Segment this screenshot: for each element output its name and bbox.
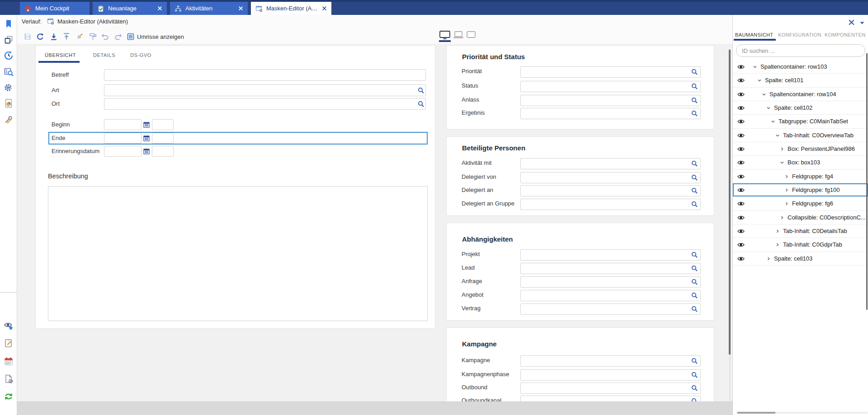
caret-down-icon[interactable] [860, 22, 864, 24]
input-lead[interactable] [520, 263, 701, 274]
tree-row-tabgruppe-c0maintabset[interactable]: Tabgruppe: C0MainTabSet [733, 115, 868, 128]
chevron-down-icon[interactable] [766, 106, 771, 110]
save-button[interactable] [22, 31, 33, 42]
rail-gear-play-icon[interactable] [4, 83, 14, 93]
rail-note-edit-icon[interactable] [4, 338, 14, 348]
eye-icon[interactable] [737, 119, 745, 124]
calendar-mini-icon[interactable] [143, 121, 150, 128]
tree-row-spaltencontainer-row103[interactable]: Spaltencontainer: row103 [733, 60, 868, 74]
eye-icon[interactable] [737, 256, 745, 261]
tree-row-spalte-cell103[interactable]: Spalte: cell103 [733, 252, 868, 266]
magnifier-icon[interactable] [691, 252, 698, 258]
export-button[interactable] [61, 31, 72, 42]
close-icon[interactable] [157, 6, 162, 11]
description-textarea[interactable] [48, 186, 428, 321]
rail-bookmark-icon[interactable] [4, 19, 14, 29]
input-delegiert-an-gruppe[interactable] [520, 199, 701, 210]
magnifier-icon[interactable] [691, 385, 698, 391]
tree-row-spalte-cell102[interactable]: Spalte: cell102 [733, 101, 868, 115]
id-search-input[interactable] [736, 44, 865, 57]
magnifier-icon[interactable] [691, 110, 698, 117]
input-vertrag[interactable] [520, 303, 701, 315]
chevron-right-icon[interactable] [775, 242, 780, 247]
input-delegiert-an[interactable] [520, 185, 701, 196]
eye-icon[interactable] [737, 160, 745, 165]
chevron-down-icon[interactable] [771, 119, 775, 124]
chevron-right-icon[interactable] [784, 188, 789, 192]
eye-icon[interactable] [737, 78, 745, 83]
magnifier-icon[interactable] [691, 306, 698, 312]
tree-vertical-scrollbar-thumb[interactable] [866, 53, 868, 310]
app-tab-aktivitaeten[interactable]: Aktivitäten [170, 2, 248, 15]
chevron-right-icon[interactable] [784, 174, 789, 179]
tree-row-box-box103[interactable]: Box: box103 [733, 156, 868, 169]
input-prioritaet[interactable] [520, 66, 701, 78]
outline-toggle-button[interactable] [125, 31, 136, 42]
input-art[interactable] [104, 84, 426, 96]
inspector-tab-baumansicht[interactable]: BAUMANSICHT [735, 32, 773, 37]
eye-icon[interactable] [737, 64, 745, 70]
rail-copy-icon[interactable] [4, 35, 14, 45]
eye-icon[interactable] [737, 215, 745, 220]
chevron-right-icon[interactable] [784, 201, 789, 206]
eye-icon[interactable] [737, 242, 745, 247]
close-icon[interactable] [238, 6, 243, 11]
eye-icon[interactable] [737, 228, 745, 234]
close-icon[interactable] [322, 6, 327, 11]
clean-button[interactable] [74, 31, 85, 42]
magnifier-icon[interactable] [691, 69, 698, 75]
tree-row-tab-inhalt-c0gdprtab[interactable]: Tab-Inhalt: C0GdprTab [733, 238, 868, 252]
app-tab-mein-cockpit[interactable]: Mein Cockpit [20, 2, 90, 15]
rail-history-icon[interactable] [4, 51, 14, 61]
redo-button[interactable] [113, 31, 124, 42]
input-outbound[interactable] [520, 382, 701, 394]
import-button[interactable] [48, 31, 59, 42]
input-kampagne[interactable] [520, 355, 701, 367]
eye-icon[interactable] [737, 174, 745, 179]
chevron-right-icon[interactable] [775, 229, 780, 233]
outline-toggle-label[interactable]: Umrisse anzeigen [137, 33, 184, 40]
date-input-beginn[interactable] [104, 119, 142, 130]
rail-sync-icon[interactable] [4, 392, 14, 401]
time-input-beginn[interactable] [152, 119, 174, 130]
magnifier-icon[interactable] [691, 372, 698, 378]
chevron-down-icon[interactable] [780, 160, 784, 165]
calendar-mini-icon[interactable] [143, 148, 150, 154]
eye-icon[interactable] [737, 187, 745, 193]
input-ort[interactable] [104, 98, 426, 110]
tree-row-spalte-cell101[interactable]: Spalte: cell101 [733, 74, 868, 87]
device-laptop-button[interactable] [453, 30, 464, 39]
magnifier-icon[interactable] [418, 101, 424, 107]
tree-row-feldgruppe-fg4[interactable]: Feldgruppe: fg4 [733, 170, 868, 183]
magnifier-icon[interactable] [691, 201, 698, 207]
calendar-mini-icon[interactable] [143, 135, 150, 141]
input-angebot[interactable] [520, 290, 701, 301]
tree-horizontal-scrollbar-thumb[interactable] [737, 412, 775, 414]
form-tab-ds-gvo[interactable]: DS-GVO [124, 49, 157, 61]
chevron-right-icon[interactable] [766, 256, 771, 261]
inspector-tab-komponenten[interactable]: KOMPONENTEN [825, 32, 866, 37]
input-aktivitaet-mit[interactable] [520, 158, 701, 169]
inspector-tab-konfiguration[interactable]: KONFIGURATION [778, 32, 821, 37]
app-tab-masken-editor-aktiv[interactable]: Masken-Editor (Aktiv... [251, 2, 331, 15]
chevron-down-icon[interactable] [775, 133, 780, 138]
input-anfrage[interactable] [520, 276, 701, 288]
magnifier-icon[interactable] [691, 97, 698, 103]
eye-icon[interactable] [737, 201, 745, 206]
input-anlass[interactable] [520, 95, 701, 106]
magnifier-icon[interactable] [691, 265, 698, 271]
input-betreff[interactable] [104, 69, 426, 81]
device-desktop-button[interactable] [439, 30, 451, 39]
refresh-button[interactable] [35, 31, 46, 42]
input-kampagnenphase[interactable] [520, 369, 701, 381]
rail-tools-icon[interactable] [4, 114, 14, 124]
rail-doc-gear-icon[interactable] [4, 374, 14, 384]
magnifier-icon[interactable] [691, 83, 698, 89]
input-delegiert-von[interactable] [520, 172, 701, 183]
chevron-right-icon[interactable] [780, 215, 784, 220]
rail-eye-star-icon[interactable] [4, 321, 14, 331]
magnifier-icon[interactable] [691, 279, 698, 285]
tree-row-tab-inhalt-c0overviewtab[interactable]: Tab-Inhalt: C0OverviewTab [733, 129, 868, 142]
chevron-down-icon[interactable] [757, 78, 762, 83]
tree-row-box-persistentjpanel986[interactable]: Box: PersistentJPanel986 [733, 142, 868, 156]
